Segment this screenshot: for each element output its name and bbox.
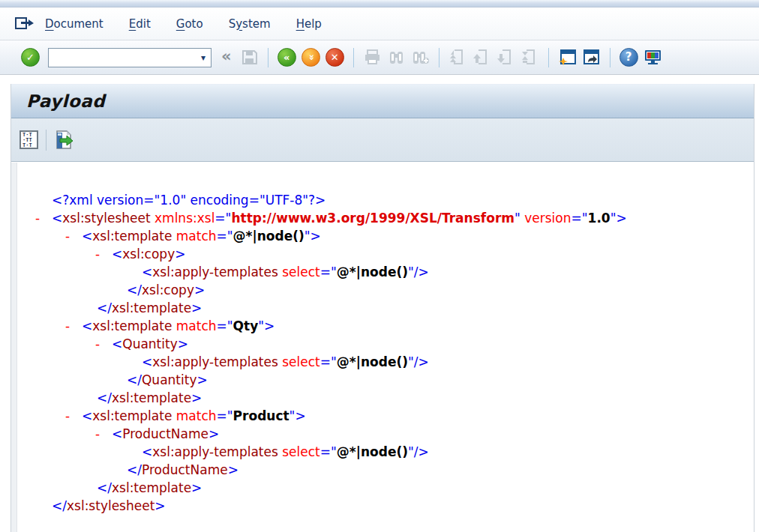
xml-line: </xsl:template>	[17, 299, 754, 317]
xml-token: http://www.w3.org/1999/XSL/Transform	[231, 211, 514, 226]
xml-token: Qty	[233, 318, 259, 333]
xml-token: </	[127, 462, 142, 477]
menu-label-part: D	[45, 17, 54, 31]
menu-label-part: elp	[304, 17, 322, 31]
menu-goto[interactable]: Goto	[176, 17, 203, 31]
menu-label-part: S	[229, 17, 236, 31]
collapse-marker[interactable]: -	[65, 227, 82, 245]
xml-token: </	[127, 282, 142, 297]
toolbar-separator	[353, 48, 354, 67]
xml-token: xsl:apply-templates	[152, 444, 278, 459]
xml-token: Quantity	[122, 336, 177, 351]
export-payload-icon[interactable]	[53, 130, 74, 150]
xml-token: "	[514, 211, 524, 226]
collapse-marker[interactable]: -	[95, 425, 112, 443]
xml-token: ="	[214, 211, 231, 226]
xml-token: ">	[304, 229, 321, 244]
enter-icon[interactable]: ✓	[21, 48, 40, 67]
xml-line: </xsl:stylesheet>	[17, 497, 754, 515]
menu-items: Document Edit Goto System Help	[45, 17, 322, 31]
xml-line: </xsl:template>	[17, 389, 754, 407]
standard-toolbar: ✓ ▾ « « « ✕	[0, 40, 759, 75]
xml-line: -<xsl:template match="@*|node()">	[17, 227, 754, 245]
xml-token: xsl:template	[112, 390, 191, 405]
xml-token: ="	[320, 354, 337, 369]
menu-edit[interactable]: Edit	[129, 17, 151, 31]
xml-line: <?xml version="1.0" encoding="UTF-8"?>	[17, 191, 754, 209]
xml-line: -<Quantity>	[17, 335, 754, 353]
xml-line: </xsl:template>	[17, 479, 754, 497]
xml-token: version	[524, 211, 571, 226]
xml-token: @*|node()	[337, 265, 408, 279]
xml-token: match	[176, 229, 217, 244]
window-title-strip	[0, 0, 759, 7]
dropdown-glyph: ▾	[201, 52, 206, 63]
menu-label-part: stem	[242, 17, 271, 31]
xml-token: select	[282, 354, 320, 369]
create-shortcut-icon[interactable]	[582, 48, 601, 67]
payload-content: <?xml version="1.0" encoding="UTF-8"?>-<…	[11, 163, 754, 532]
xml-token: xmlns:xsl	[154, 211, 214, 226]
find-next-icon	[411, 48, 430, 67]
xml-token: <	[112, 336, 122, 351]
new-session-icon[interactable]	[558, 48, 577, 67]
back-icon[interactable]: «	[278, 48, 296, 67]
xml-token: match	[176, 318, 217, 333]
xml-token: </	[127, 372, 142, 387]
xml-line: -<ProductName>	[17, 425, 754, 443]
xml-token: @*|node()	[337, 444, 408, 459]
xml-line: </xsl:copy>	[17, 281, 754, 299]
xml-line: <xsl:apply-templates select="@*|node()"/…	[17, 263, 754, 281]
xml-line: </Quantity>	[17, 371, 754, 389]
xml-token: xsl:stylesheet	[62, 211, 150, 226]
xml-token: ">	[290, 408, 306, 423]
xml-token: xsl:template	[112, 480, 191, 495]
xml-line: <xsl:apply-templates select="@*|node()"/…	[17, 443, 754, 461]
xml-token: @*|node()	[233, 229, 304, 244]
xml-token: xsl:stylesheet	[67, 498, 154, 513]
system-menu-icon[interactable]	[14, 15, 36, 33]
exit-glyph: «	[306, 54, 316, 60]
menu-help[interactable]: Help	[296, 17, 322, 31]
menu-label-part: ocument	[54, 17, 104, 31]
xml-token: ="	[217, 318, 233, 333]
toolbar-separator	[46, 130, 46, 151]
xml-token: match	[176, 408, 217, 423]
menu-document[interactable]: Document	[45, 17, 104, 31]
text-view-icon[interactable]: T·T ·TT T·T	[19, 130, 39, 150]
xml-line: -<xsl:copy>	[17, 245, 754, 263]
menu-label-part: H	[296, 17, 304, 31]
collapse-marker[interactable]: -	[65, 407, 82, 425]
menu-system[interactable]: System	[229, 17, 271, 31]
back-glyph: «	[284, 52, 290, 62]
collapse-toolbar-icon[interactable]: «	[221, 47, 232, 65]
collapse-marker[interactable]: -	[95, 245, 112, 263]
last-page-icon	[520, 48, 539, 67]
command-input[interactable]	[49, 49, 196, 67]
menu-label-part: dit	[136, 17, 151, 31]
collapse-marker[interactable]: -	[35, 209, 52, 227]
xml-token: select	[282, 444, 320, 459]
toolbar-separator	[439, 48, 440, 67]
xml-line: -<xsl:template match="Qty">	[17, 317, 754, 335]
exit-icon[interactable]: «	[302, 48, 320, 67]
xml-token: xsl:template	[92, 318, 172, 333]
xml-token: xsl:apply-templates	[152, 354, 278, 369]
help-icon[interactable]: ?	[620, 48, 638, 67]
xml-token: <?xml version="1.0" encoding="UTF-8"?>	[52, 193, 326, 208]
enter-glyph: ✓	[26, 52, 34, 62]
xml-token: >	[154, 498, 165, 513]
xml-token: <	[52, 211, 62, 226]
customize-layout-icon[interactable]	[644, 48, 662, 67]
cancel-icon[interactable]: ✕	[326, 48, 344, 67]
collapse-marker[interactable]: -	[65, 317, 82, 335]
page-title: Payload	[26, 91, 105, 111]
collapse-marker[interactable]: -	[95, 335, 112, 353]
payload-panel: Payload T·T ·TT T·T <?xml ve	[10, 84, 754, 532]
xml-token: xsl:apply-templates	[152, 265, 278, 279]
xml-token: </	[97, 480, 112, 495]
xml-token: 1.0	[588, 211, 610, 226]
command-dropdown-icon[interactable]: ▾	[196, 49, 211, 67]
menu-label-part: oto	[184, 17, 202, 31]
xml-token: <	[82, 408, 92, 423]
